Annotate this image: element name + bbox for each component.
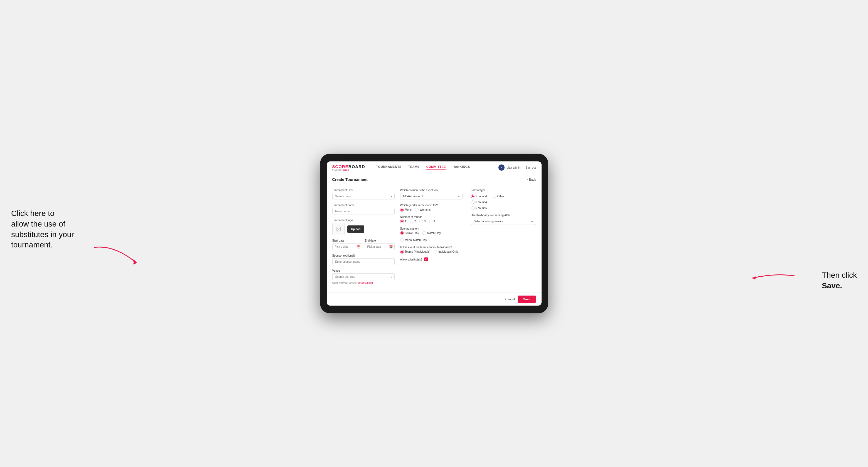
gender-mens[interactable]: Mens (400, 208, 412, 212)
gender-radio-group: Mens Womens (400, 208, 463, 212)
event-type-group: Is this event for Teams and/or Individua… (400, 246, 463, 253)
venue-label: Venue (332, 269, 395, 272)
scoring-radio-group: Stroke Play Match Play Medal Match Play (400, 231, 463, 242)
avatar: B (498, 164, 504, 170)
event-teams[interactable]: Teams (+Individuals) (400, 250, 431, 253)
nav-links: TOURNAMENTS TEAMS COMMITTEE RANKINGS (376, 165, 490, 170)
rounds-1-label: 1 (405, 220, 407, 223)
end-date-label: End date (365, 239, 395, 242)
start-date-input[interactable] (332, 243, 362, 250)
svg-marker-3 (752, 276, 756, 280)
end-date-input[interactable] (365, 243, 395, 250)
rounds-3-label: 3 (424, 220, 426, 223)
substitutes-checkbox[interactable] (424, 257, 428, 261)
tablet-device: SCOREBOARD Powered by clippd TOURNAMENTS… (320, 154, 548, 313)
rounds-2-radio[interactable] (410, 220, 413, 223)
substitutes-label: Allow substitutes? (400, 258, 423, 261)
format-6count4[interactable]: 6 count 4 (471, 200, 487, 204)
rounds-radio-group: 1 2 3 4 (400, 220, 463, 223)
api-select[interactable]: Select a scoring service (471, 218, 536, 225)
format-6count5-label: 6 count 5 (475, 207, 487, 210)
upload-button[interactable]: Upload (347, 225, 365, 233)
page-header: Create Tournament Back (327, 174, 541, 184)
api-label: Use third-party live scoring API? (471, 214, 536, 217)
scoring-medal-radio[interactable] (400, 238, 404, 242)
venue-help: Can't find your venue? email support (332, 281, 395, 284)
gender-womens-label: Womens (420, 208, 431, 211)
gender-womens[interactable]: Womens (415, 208, 431, 212)
scoring-group: Scoring system Stroke Play Match Play (400, 227, 463, 242)
form-col-1: Tournament Host ▾ Tournament name Tourna… (332, 189, 400, 288)
format-5count4-radio[interactable] (471, 194, 474, 198)
outer-wrapper: Click here to allow the use of substitut… (11, 154, 857, 313)
rounds-group: Number of rounds 1 2 (400, 215, 463, 223)
sponsor-label: Sponsor (optional) (332, 254, 395, 257)
host-label: Tournament Host (332, 189, 395, 192)
scoring-stroke[interactable]: Stroke Play (400, 231, 419, 235)
format-group: Format type 5 count 4 6 count 4 (468, 189, 536, 210)
format-6count5[interactable]: 6 count 5 (471, 206, 487, 210)
rounds-3-radio[interactable] (420, 220, 423, 223)
format-6count4-radio[interactable] (471, 200, 474, 204)
substitutes-group: Allow substitutes? (400, 257, 463, 261)
scoring-match[interactable]: Match Play (423, 231, 441, 235)
tournament-name-input[interactable] (332, 208, 395, 215)
format-label: Format type (471, 189, 536, 192)
nav-committee[interactable]: COMMITTEE (426, 165, 446, 170)
rounds-1[interactable]: 1 (400, 220, 407, 223)
event-type-label: Is this event for Teams and/or Individua… (400, 246, 463, 249)
email-support-link[interactable]: email support (358, 281, 373, 284)
event-individuals[interactable]: Individuals Only (434, 250, 458, 253)
event-individuals-radio[interactable] (434, 250, 437, 253)
format-other[interactable]: Other (493, 194, 504, 198)
scoring-stroke-radio[interactable] (400, 231, 404, 235)
format-5count4[interactable]: 5 count 4 (471, 194, 487, 198)
sponsor-group: Sponsor (optional) (332, 254, 395, 265)
rounds-4[interactable]: 4 (429, 220, 435, 223)
format-6count5-radio[interactable] (471, 206, 474, 210)
save-button[interactable]: Save (518, 295, 536, 303)
rounds-label: Number of rounds (400, 215, 463, 218)
nav-teams[interactable]: TEAMS (408, 165, 420, 170)
division-label: Which division is the event for? (400, 189, 463, 192)
nav-rankings[interactable]: RANKINGS (453, 165, 470, 170)
api-group: Use third-party live scoring API? Select… (468, 214, 536, 225)
event-teams-radio[interactable] (400, 250, 404, 253)
end-date-group: End date 📅 (365, 239, 395, 250)
format-5count4-label: 5 count 4 (475, 195, 487, 198)
nav-tournaments[interactable]: TOURNAMENTS (376, 165, 402, 170)
rounds-4-label: 4 (434, 220, 435, 223)
format-other-radio[interactable] (493, 194, 496, 198)
tournament-name-group: Tournament name (332, 204, 395, 215)
search-team-input[interactable] (332, 193, 395, 200)
gender-mens-radio[interactable] (400, 208, 404, 212)
annotation-left: Click here to allow the use of substitut… (11, 208, 74, 250)
venue-input[interactable] (332, 273, 395, 280)
form-content: Tournament Host ▾ Tournament name Tourna… (327, 184, 541, 292)
date-row: Start date 📅 End date 📅 (332, 239, 395, 250)
cancel-button[interactable]: Cancel (505, 298, 515, 301)
form-col-2: Which division is the event for? NCAA Di… (400, 189, 468, 288)
rounds-4-radio[interactable] (429, 220, 432, 223)
start-date-group: Start date 📅 (332, 239, 362, 250)
sign-out-link[interactable]: Sign out (526, 166, 536, 169)
svg-point-2 (337, 228, 338, 229)
back-link[interactable]: Back (527, 178, 536, 181)
scoring-medal[interactable]: Medal Match Play (400, 238, 427, 242)
page-title: Create Tournament (332, 177, 368, 182)
rounds-3[interactable]: 3 (420, 220, 426, 223)
tournament-name-label: Tournament name (332, 204, 395, 207)
gender-womens-radio[interactable] (415, 208, 418, 212)
division-select[interactable]: NCAA Division I (400, 193, 463, 200)
image-icon (336, 226, 341, 232)
logo-group: Tournament logo Upload (332, 219, 395, 235)
scoring-match-radio[interactable] (423, 231, 426, 235)
sponsor-input[interactable] (332, 258, 395, 265)
navbar: SCOREBOARD Powered by clippd TOURNAMENTS… (327, 161, 541, 174)
tablet-screen: SCOREBOARD Powered by clippd TOURNAMENTS… (327, 161, 541, 306)
rounds-2[interactable]: 2 (410, 220, 416, 223)
format-col-1: 5 count 4 6 count 4 6 count 5 (471, 194, 487, 210)
rounds-1-radio[interactable] (400, 220, 404, 223)
division-group: Which division is the event for? NCAA Di… (400, 189, 463, 200)
venue-group: Venue ▾ Can't find your venue? email sup… (332, 269, 395, 284)
